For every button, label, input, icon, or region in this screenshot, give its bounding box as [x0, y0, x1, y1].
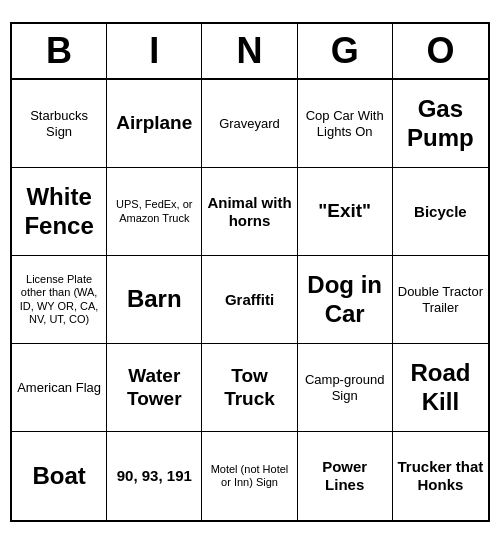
- bingo-cell-5[interactable]: White Fence: [12, 168, 107, 256]
- bingo-cell-21[interactable]: 90, 93, 191: [107, 432, 202, 520]
- bingo-cell-18[interactable]: Camp-ground Sign: [298, 344, 393, 432]
- bingo-cell-15[interactable]: American Flag: [12, 344, 107, 432]
- bingo-cell-17[interactable]: Tow Truck: [202, 344, 297, 432]
- bingo-cell-9[interactable]: Bicycle: [393, 168, 488, 256]
- bingo-grid: Starbucks SignAirplaneGraveyardCop Car W…: [12, 80, 488, 520]
- bingo-card: B I N G O Starbucks SignAirplaneGraveyar…: [10, 22, 490, 522]
- bingo-cell-14[interactable]: Double Tractor Trailer: [393, 256, 488, 344]
- bingo-cell-7[interactable]: Animal with horns: [202, 168, 297, 256]
- bingo-cell-1[interactable]: Airplane: [107, 80, 202, 168]
- bingo-cell-3[interactable]: Cop Car With Lights On: [298, 80, 393, 168]
- bingo-cell-0[interactable]: Starbucks Sign: [12, 80, 107, 168]
- bingo-cell-10[interactable]: License Plate other than (WA, ID, WY OR,…: [12, 256, 107, 344]
- bingo-cell-11[interactable]: Barn: [107, 256, 202, 344]
- header-o: O: [393, 24, 488, 78]
- bingo-cell-8[interactable]: "Exit": [298, 168, 393, 256]
- header-i: I: [107, 24, 202, 78]
- bingo-cell-13[interactable]: Dog in Car: [298, 256, 393, 344]
- bingo-cell-12[interactable]: Graffiti: [202, 256, 297, 344]
- bingo-header: B I N G O: [12, 24, 488, 80]
- header-n: N: [202, 24, 297, 78]
- header-b: B: [12, 24, 107, 78]
- header-g: G: [298, 24, 393, 78]
- bingo-cell-19[interactable]: Road Kill: [393, 344, 488, 432]
- bingo-cell-23[interactable]: Power Lines: [298, 432, 393, 520]
- bingo-cell-22[interactable]: Motel (not Hotel or Inn) Sign: [202, 432, 297, 520]
- bingo-cell-24[interactable]: Trucker that Honks: [393, 432, 488, 520]
- bingo-cell-20[interactable]: Boat: [12, 432, 107, 520]
- bingo-cell-6[interactable]: UPS, FedEx, or Amazon Truck: [107, 168, 202, 256]
- bingo-cell-4[interactable]: Gas Pump: [393, 80, 488, 168]
- bingo-cell-16[interactable]: Water Tower: [107, 344, 202, 432]
- bingo-cell-2[interactable]: Graveyard: [202, 80, 297, 168]
